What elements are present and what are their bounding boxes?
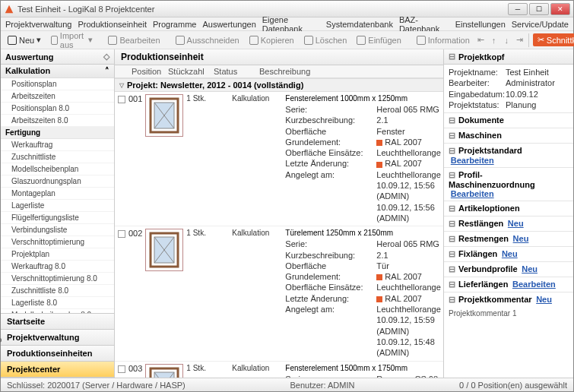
position-row[interactable]: 0031 Stk.KalkulationFensterelement 1500m… [115, 362, 443, 378]
menu-eigene-datenbank[interactable]: Eigene Datenbank [262, 15, 320, 33]
section-link[interactable]: Neu [502, 249, 518, 258]
position-number: 001 [128, 94, 142, 223]
section-profil-maschinenzuordnung: ⊟Profil-Maschinenzuordnung Bearbeiten [444, 167, 573, 201]
col-position[interactable]: Position [128, 67, 165, 76]
position-row[interactable]: 0021 Stk.KalkulationTürelement 1250mm x … [115, 226, 443, 361]
nav-tab-startseite[interactable]: Startseite [1, 314, 114, 330]
einfuegen-button[interactable]: Einfügen [353, 34, 404, 46]
right-header: ⊟ Projektkopf [444, 49, 573, 65]
section-link[interactable]: Bearbeiten [451, 189, 494, 198]
app-icon [4, 4, 14, 14]
status: Kalkulation [232, 364, 285, 378]
row-checkbox[interactable] [118, 230, 125, 238]
section-link[interactable]: Neu [513, 234, 529, 243]
tree-item[interactable]: Lagerliste [1, 200, 114, 212]
bearbeiten-button[interactable]: Bearbeiten [104, 34, 163, 46]
description: Fensterelement 1500mm x 1750mm [285, 364, 440, 372]
kopieren-button[interactable]: Kopieren [246, 34, 298, 46]
toolbar: Neu ▾ Import aus ▾ Bearbeiten Ausschneid… [1, 31, 573, 49]
left-header: Auswertung ◇ [1, 49, 114, 65]
tree-item[interactable]: Positionsplan 8.0 [1, 103, 114, 115]
tree-item[interactable]: Glaszuordnungsplan [1, 175, 114, 188]
nav-tab-produktionseinheiten[interactable]: Produktionseinheiten [1, 346, 114, 362]
move-last-button[interactable]: ⇥ [514, 33, 525, 47]
section-link[interactable]: Bearbeiten [451, 156, 494, 165]
position-list[interactable]: ▽Projekt: Newsletter, 2012 - 0014 (volls… [115, 78, 443, 378]
maximize-button[interactable]: ☐ [529, 3, 549, 15]
section-link[interactable]: Neu [536, 295, 552, 304]
tree-item[interactable]: Zuschnittliste [1, 151, 114, 163]
row-checkbox[interactable] [118, 365, 125, 373]
tree-item[interactable]: Werkauftrag [1, 139, 114, 151]
tree-item[interactable]: Arbeitszeiten 8.0 [1, 115, 114, 127]
col-status[interactable]: Status [211, 67, 256, 76]
color-swatch [376, 162, 382, 168]
status: Kalkulation [232, 229, 285, 358]
center-header: Produktionseinheit [115, 49, 443, 65]
project-header[interactable]: ▽Projekt: Newsletter, 2012 - 0014 (volls… [115, 78, 443, 92]
tree-item[interactable]: Verschnittoptimierung [1, 236, 114, 248]
menu-programme[interactable]: Programme [153, 20, 196, 29]
import-button[interactable]: Import aus ▾ [47, 30, 97, 51]
row-checkbox[interactable] [118, 96, 125, 103]
status-right: 0 / 0 Position(en) ausgewählt [459, 381, 567, 390]
minimize-button[interactable]: ─ [508, 3, 528, 15]
move-up-button[interactable]: ↑ [489, 33, 499, 47]
info-button[interactable]: Information [413, 34, 474, 46]
statusbar: Schlüssel: 2020017 (Server / Hardware / … [1, 378, 573, 391]
section-link[interactable]: Neu [508, 219, 524, 228]
tree-item[interactable]: Projektplan [1, 248, 114, 261]
tree-item[interactable]: Werkauftrag 8.0 [1, 261, 114, 273]
tree-item[interactable]: Verschnittoptimierung 8.0 [1, 273, 114, 285]
expand-icon: ▽ [119, 82, 124, 89]
grid-header: Position Stückzahl Status Beschreibung [115, 65, 443, 78]
color-swatch [376, 140, 382, 146]
tree-item[interactable]: Zuschnittliste 8.0 [1, 285, 114, 297]
position-number: 002 [128, 229, 142, 358]
nav-tab-projektcenter[interactable]: Projektcenter [1, 362, 114, 378]
move-down-button[interactable]: ↓ [501, 33, 512, 47]
tree-item[interactable]: Positionsplan [1, 78, 114, 90]
section-icon: ⊟ [449, 219, 455, 228]
section-link[interactable]: Neu [522, 264, 538, 273]
tree-item[interactable]: Arbeitszeiten [1, 90, 114, 103]
loeschen-button[interactable]: Löschen [300, 34, 351, 46]
category-fertigung[interactable]: Fertigung [1, 127, 114, 139]
move-first-button[interactable]: ⇤ [476, 33, 487, 47]
chevron-up-icon: ˄ [105, 66, 109, 76]
collapse-icon[interactable]: ◇ [103, 52, 109, 62]
menu-baz-datenbank[interactable]: BAZ-Datenbank [399, 15, 449, 33]
section-link[interactable]: Bearbeiten [512, 280, 556, 289]
section-fixlängen: ⊟Fixlängen Neu [444, 246, 573, 261]
left-panel: Auswertung ◇ Kalkulation ˄ Positionsplan… [1, 49, 115, 378]
menu-systemdatenbank[interactable]: Systemdatenbank [326, 20, 393, 29]
section-icon: ⊟ [449, 170, 455, 179]
col-stueckzahl[interactable]: Stückzahl [165, 67, 211, 76]
collapse-icon[interactable]: ⊟ [449, 52, 455, 62]
schnittkonstruktion-button[interactable]: ✂Schnittkonstruktion [533, 33, 574, 46]
field-label: Bearbeiter: [449, 77, 506, 88]
tree-item[interactable]: Montageplan [1, 188, 114, 200]
tree-item[interactable]: Modellscheibenplan [1, 163, 114, 175]
status-center: Benutzer: ADMIN [290, 381, 354, 390]
field-value: Planung [506, 100, 536, 110]
field-label: Projektname: [449, 67, 506, 77]
ausschneiden-button[interactable]: Ausschneiden [172, 34, 243, 46]
col-beschreibung[interactable]: Beschreibung [256, 67, 440, 76]
section-icon: ⊟ [449, 146, 455, 155]
tree-item[interactable]: Verbindungsliste [1, 224, 114, 236]
position-number: 003 [128, 364, 142, 378]
tree-item[interactable]: Flügelfertigungsliste [1, 212, 114, 224]
close-button[interactable]: ✕ [550, 3, 570, 15]
tree-item[interactable]: Lagerliste 8.0 [1, 297, 114, 309]
nav-tab-projektverwaltung[interactable]: Projektverwaltung [1, 330, 114, 346]
color-swatch [376, 296, 382, 302]
position-row[interactable]: 0011 Stk.KalkulationFensterelement 1000m… [115, 92, 443, 226]
neu-button[interactable]: Neu ▾ [4, 33, 45, 46]
menu-auswertungen[interactable]: Auswertungen [202, 20, 255, 29]
window-title: Test Einheit - LogiKal 8 Projektcenter [17, 5, 508, 14]
left-subheader[interactable]: Kalkulation ˄ [1, 65, 114, 78]
section-restlängen: ⊟Restlängen Neu [444, 216, 573, 231]
menu-produktionseinheit[interactable]: Produktionseinheit [78, 20, 147, 29]
menu-projektverwaltung[interactable]: Projektverwaltung [5, 20, 71, 29]
